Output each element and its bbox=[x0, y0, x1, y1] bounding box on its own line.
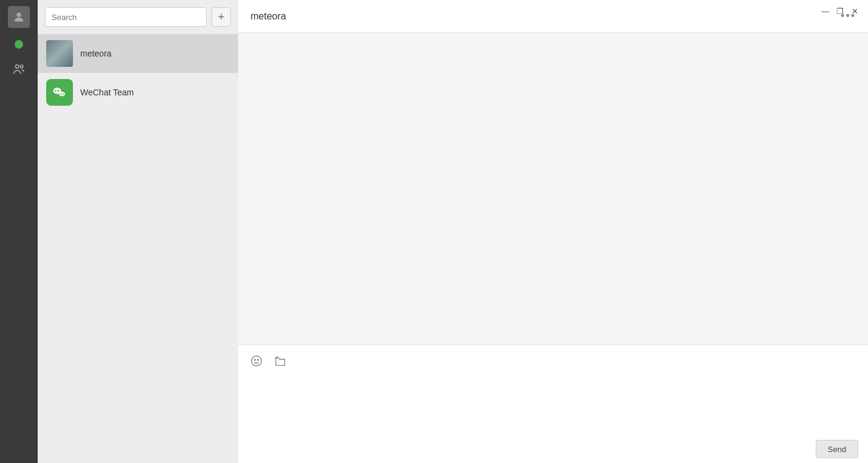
file-button[interactable] bbox=[272, 352, 289, 369]
wechat-team-avatar bbox=[46, 79, 73, 106]
input-toolbar bbox=[248, 350, 858, 374]
add-chat-button[interactable]: + bbox=[212, 7, 231, 27]
titlebar: — ❐ ✕ bbox=[812, 0, 868, 22]
svg-point-2 bbox=[20, 65, 23, 68]
person-icon bbox=[12, 10, 26, 24]
svg-point-6 bbox=[59, 92, 65, 97]
sidebar bbox=[0, 0, 38, 463]
emoji-button[interactable] bbox=[248, 352, 265, 369]
chat-item-meteora[interactable]: meteora bbox=[38, 34, 238, 73]
chat-title: meteora bbox=[250, 11, 286, 22]
message-input[interactable] bbox=[248, 374, 858, 423]
chat-main: meteora ••• Send bbox=[238, 0, 868, 463]
svg-point-4 bbox=[55, 90, 57, 92]
contacts-icon[interactable] bbox=[8, 58, 30, 80]
svg-point-0 bbox=[16, 13, 21, 17]
send-button[interactable]: Send bbox=[816, 440, 858, 458]
chat-list: meteora WeChat Team bbox=[38, 34, 238, 463]
chat-header: meteora ••• bbox=[238, 0, 868, 33]
wechat-team-chat-name: WeChat Team bbox=[80, 87, 134, 97]
wechat-logo-icon bbox=[52, 84, 67, 100]
meteora-chat-name: meteora bbox=[80, 49, 111, 58]
svg-point-5 bbox=[58, 90, 60, 92]
close-button[interactable]: ✕ bbox=[849, 5, 861, 17]
online-status-dot bbox=[15, 40, 23, 49]
svg-point-1 bbox=[16, 65, 19, 69]
minimize-button[interactable]: — bbox=[819, 5, 832, 17]
search-bar: + bbox=[38, 0, 238, 34]
restore-button[interactable]: ❐ bbox=[834, 5, 846, 17]
svg-point-7 bbox=[60, 94, 61, 95]
emoji-icon bbox=[250, 354, 263, 368]
svg-point-8 bbox=[63, 94, 64, 95]
chat-item-wechat-team[interactable]: WeChat Team bbox=[38, 73, 238, 112]
svg-point-10 bbox=[254, 359, 255, 360]
user-avatar[interactable] bbox=[8, 6, 30, 28]
svg-point-9 bbox=[252, 356, 262, 366]
send-area: Send bbox=[238, 435, 868, 463]
meteora-avatar bbox=[46, 40, 73, 67]
folder-icon bbox=[274, 354, 288, 368]
chat-list-panel: + meteora WeChat Team bbox=[38, 0, 238, 463]
search-input[interactable] bbox=[45, 7, 207, 27]
chat-messages-area bbox=[238, 33, 868, 345]
chat-input-area bbox=[238, 345, 868, 435]
svg-point-11 bbox=[258, 359, 259, 360]
